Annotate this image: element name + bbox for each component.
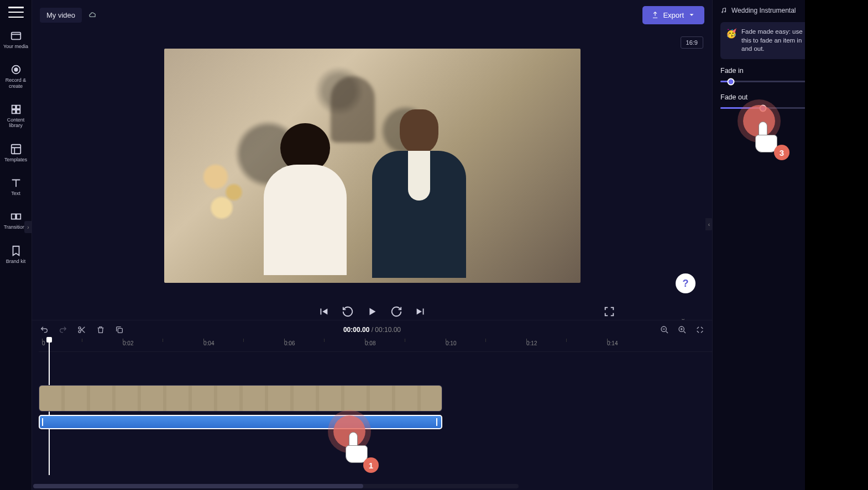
sidebar-item-label: Brand kit <box>6 259 26 264</box>
zoom-in-icon[interactable] <box>678 325 687 334</box>
topbar: My video Export <box>32 0 712 30</box>
ruler-tick: 0:12 <box>526 340 537 346</box>
player-controls: ⌄ <box>32 301 712 320</box>
playhead[interactable] <box>45 337 53 345</box>
export-button[interactable]: Export <box>642 6 704 24</box>
sidebar-item-content-library[interactable]: Content library <box>0 101 32 131</box>
ruler-tick: 0:04 <box>203 340 214 346</box>
annotation-number: 3 <box>774 145 789 160</box>
party-face-icon: 🥳 <box>726 28 737 54</box>
timeline-scrollbar[interactable] <box>33 484 519 488</box>
svg-rect-5 <box>12 110 15 113</box>
svg-point-16 <box>725 11 726 12</box>
svg-point-2 <box>14 69 18 72</box>
aspect-ratio-badge[interactable]: 16:9 <box>681 36 703 49</box>
left-sidebar: Your media Record & create Content libra… <box>0 0 32 490</box>
sidebar-item-templates[interactable]: Templates <box>0 141 32 165</box>
svg-rect-9 <box>16 214 20 219</box>
ruler-tick: 0:02 <box>123 340 133 346</box>
annotation-number: 1 <box>363 457 379 473</box>
sidebar-item-label: Content library <box>0 117 32 129</box>
skip-start-icon[interactable] <box>317 305 330 318</box>
fullscreen-icon[interactable] <box>603 305 615 318</box>
music-note-icon <box>720 7 727 14</box>
skip-end-icon[interactable] <box>415 305 427 318</box>
svg-rect-8 <box>11 214 15 219</box>
sidebar-item-your-media[interactable]: Your media <box>0 28 32 51</box>
ruler-tick: 0 <box>42 340 45 346</box>
project-title[interactable]: My video <box>40 8 82 23</box>
library-icon <box>10 103 22 115</box>
transitions-icon <box>10 210 22 223</box>
redo-icon[interactable] <box>59 325 67 334</box>
clip-handle-left[interactable] <box>42 418 45 426</box>
help-icon[interactable]: ? <box>676 273 696 293</box>
sidebar-item-record-create[interactable]: Record & create <box>0 61 32 91</box>
ruler-tick: 0:06 <box>284 340 295 346</box>
editor-main: My video Export 16:9 ? <box>32 0 712 490</box>
video-preview[interactable] <box>164 49 581 283</box>
black-border <box>805 0 868 490</box>
timeline-toolbar: 00:00.00 / 00:10.00 <box>32 320 712 339</box>
timeline-tracks: 1 <box>32 352 712 490</box>
menu-icon[interactable] <box>8 7 24 18</box>
svg-rect-12 <box>118 328 122 333</box>
svg-rect-4 <box>16 106 19 109</box>
templates-icon <box>10 143 22 155</box>
video-clip[interactable] <box>39 385 442 412</box>
sidebar-expand-caret[interactable]: › <box>24 221 32 233</box>
tip-text: Fade made easy: use this to fade an item… <box>741 28 813 54</box>
sidebar-item-label: Record & create <box>0 77 32 89</box>
timecode: 00:00.00 / 00:10.00 <box>343 326 401 334</box>
zoom-fit-icon[interactable] <box>696 325 704 334</box>
current-time: 00:00.00 <box>343 326 369 334</box>
trash-icon[interactable] <box>96 325 105 334</box>
svg-rect-0 <box>11 33 20 40</box>
sidebar-item-label: Templates <box>4 157 27 162</box>
forward-icon[interactable] <box>390 305 402 318</box>
svg-rect-3 <box>12 106 15 109</box>
scissors-icon[interactable] <box>77 325 86 334</box>
panel-collapse-caret[interactable]: ‹ <box>705 218 713 230</box>
rewind-icon[interactable] <box>342 305 354 318</box>
preview-area: 16:9 ? <box>32 30 712 301</box>
svg-point-15 <box>722 12 723 13</box>
duplicate-icon[interactable] <box>115 325 124 334</box>
play-icon[interactable] <box>366 305 378 318</box>
sidebar-item-label: Your media <box>3 44 28 49</box>
svg-point-10 <box>79 326 81 329</box>
svg-point-11 <box>79 330 81 333</box>
clip-handle-right[interactable] <box>436 418 439 426</box>
text-icon <box>10 177 22 189</box>
record-icon <box>10 64 22 76</box>
ruler-tick: 0:08 <box>365 340 375 346</box>
ruler-tick: 0:10 <box>446 340 456 346</box>
fade-out-label: Fade out <box>720 93 747 101</box>
time-separator: / <box>369 326 375 334</box>
sidebar-item-text[interactable]: Text <box>0 175 32 198</box>
total-time: 00:10.00 <box>375 326 401 334</box>
sidebar-item-label: Text <box>11 191 20 196</box>
ruler-tick: 0:14 <box>607 340 618 346</box>
track-name-text: Wedding Instrumental <box>731 7 796 14</box>
sidebar-item-brand-kit[interactable]: Brand kit <box>0 243 32 266</box>
cloud-sync-icon[interactable] <box>88 10 97 19</box>
brand-kit-icon <box>10 245 22 257</box>
media-icon <box>10 30 22 42</box>
chevron-down-icon <box>688 11 696 19</box>
audio-clip[interactable] <box>39 415 442 429</box>
zoom-out-icon[interactable] <box>660 325 669 334</box>
svg-rect-7 <box>11 144 20 154</box>
timeline-ruler[interactable]: 0 0:02 0:04 0:06 0:08 0:10 0:12 0:14 <box>39 339 712 352</box>
upload-icon <box>651 11 659 19</box>
undo-icon[interactable] <box>40 325 49 334</box>
export-button-label: Export <box>663 11 684 19</box>
svg-rect-6 <box>16 110 19 113</box>
fade-in-label: Fade in <box>720 67 744 75</box>
